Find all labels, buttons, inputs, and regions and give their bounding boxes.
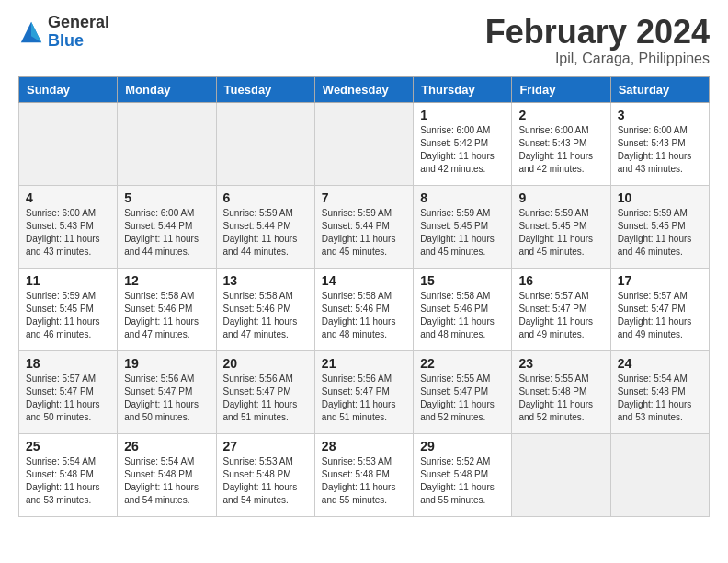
day-number: 13 xyxy=(223,273,308,288)
day-info: Sunrise: 6:00 AM Sunset: 5:42 PM Dayligh… xyxy=(420,124,505,176)
week-row-5: 25Sunrise: 5:54 AM Sunset: 5:48 PM Dayli… xyxy=(19,433,710,516)
day-number: 12 xyxy=(124,273,209,288)
calendar-cell: 27Sunrise: 5:53 AM Sunset: 5:48 PM Dayli… xyxy=(216,433,314,516)
calendar-cell: 8Sunrise: 5:59 AM Sunset: 5:45 PM Daylig… xyxy=(414,185,512,268)
day-info: Sunrise: 5:56 AM Sunset: 5:47 PM Dayligh… xyxy=(322,373,406,424)
day-info: Sunrise: 5:58 AM Sunset: 5:46 PM Dayligh… xyxy=(124,290,209,341)
day-info: Sunrise: 5:59 AM Sunset: 5:45 PM Dayligh… xyxy=(420,207,505,259)
day-info: Sunrise: 5:52 AM Sunset: 5:48 PM Dayligh… xyxy=(420,455,505,507)
calendar-cell: 18Sunrise: 5:57 AM Sunset: 5:47 PM Dayli… xyxy=(19,350,118,433)
day-info: Sunrise: 5:57 AM Sunset: 5:47 PM Dayligh… xyxy=(518,290,603,341)
calendar-cell: 5Sunrise: 6:00 AM Sunset: 5:44 PM Daylig… xyxy=(118,185,216,268)
day-info: Sunrise: 5:59 AM Sunset: 5:44 PM Dayligh… xyxy=(223,207,308,259)
day-of-week-saturday: Saturday xyxy=(610,76,709,102)
day-number: 6 xyxy=(223,190,308,205)
day-of-week-wednesday: Wednesday xyxy=(314,76,413,102)
day-number: 11 xyxy=(26,273,110,288)
calendar-cell: 15Sunrise: 5:58 AM Sunset: 5:46 PM Dayli… xyxy=(414,268,512,350)
day-number: 25 xyxy=(26,439,110,454)
day-of-week-friday: Friday xyxy=(512,76,610,102)
calendar-cell: 24Sunrise: 5:54 AM Sunset: 5:48 PM Dayli… xyxy=(610,350,709,433)
day-number: 5 xyxy=(124,190,209,205)
day-info: Sunrise: 5:57 AM Sunset: 5:47 PM Dayligh… xyxy=(618,290,702,341)
day-of-week-thursday: Thursday xyxy=(414,76,512,102)
logo-icon xyxy=(18,19,44,45)
day-info: Sunrise: 5:56 AM Sunset: 5:47 PM Dayligh… xyxy=(223,373,308,424)
day-number: 7 xyxy=(322,190,406,205)
day-number: 15 xyxy=(420,273,505,288)
day-info: Sunrise: 5:58 AM Sunset: 5:46 PM Dayligh… xyxy=(322,290,406,341)
calendar-cell: 11Sunrise: 5:59 AM Sunset: 5:45 PM Dayli… xyxy=(19,268,118,350)
calendar-cell: 13Sunrise: 5:58 AM Sunset: 5:46 PM Dayli… xyxy=(216,268,314,350)
day-number: 16 xyxy=(518,273,603,288)
calendar-cell: 20Sunrise: 5:56 AM Sunset: 5:47 PM Dayli… xyxy=(216,350,314,433)
day-number: 19 xyxy=(124,356,209,371)
day-info: Sunrise: 5:59 AM Sunset: 5:45 PM Dayligh… xyxy=(518,207,603,259)
calendar-cell: 10Sunrise: 5:59 AM Sunset: 5:45 PM Dayli… xyxy=(610,185,709,268)
calendar-cell xyxy=(118,102,216,185)
calendar-cell: 12Sunrise: 5:58 AM Sunset: 5:46 PM Dayli… xyxy=(118,268,216,350)
day-number: 21 xyxy=(322,356,406,371)
day-info: Sunrise: 5:53 AM Sunset: 5:48 PM Dayligh… xyxy=(322,455,406,507)
day-info: Sunrise: 5:55 AM Sunset: 5:48 PM Dayligh… xyxy=(518,373,603,424)
day-info: Sunrise: 5:58 AM Sunset: 5:46 PM Dayligh… xyxy=(420,290,505,341)
logo: General Blue xyxy=(18,14,109,51)
calendar-cell: 17Sunrise: 5:57 AM Sunset: 5:47 PM Dayli… xyxy=(610,268,709,350)
day-number: 27 xyxy=(223,439,308,454)
day-info: Sunrise: 5:58 AM Sunset: 5:46 PM Dayligh… xyxy=(223,290,308,341)
day-number: 23 xyxy=(518,356,603,371)
day-number: 29 xyxy=(420,439,505,454)
day-number: 22 xyxy=(420,356,505,371)
day-number: 28 xyxy=(322,439,406,454)
day-info: Sunrise: 5:59 AM Sunset: 5:45 PM Dayligh… xyxy=(618,207,702,259)
title-section: February 2024 Ipil, Caraga, Philippines xyxy=(485,14,710,67)
day-info: Sunrise: 5:56 AM Sunset: 5:47 PM Dayligh… xyxy=(124,373,209,424)
day-number: 17 xyxy=(618,273,702,288)
calendar-cell: 29Sunrise: 5:52 AM Sunset: 5:48 PM Dayli… xyxy=(414,433,512,516)
day-info: Sunrise: 6:00 AM Sunset: 5:43 PM Dayligh… xyxy=(618,124,702,176)
calendar-cell: 21Sunrise: 5:56 AM Sunset: 5:47 PM Dayli… xyxy=(314,350,413,433)
day-number: 9 xyxy=(518,190,603,205)
calendar-cell: 3Sunrise: 6:00 AM Sunset: 5:43 PM Daylig… xyxy=(610,102,709,185)
day-info: Sunrise: 5:53 AM Sunset: 5:48 PM Dayligh… xyxy=(223,455,308,507)
calendar-header-row: SundayMondayTuesdayWednesdayThursdayFrid… xyxy=(19,76,710,102)
calendar-table: SundayMondayTuesdayWednesdayThursdayFrid… xyxy=(18,76,710,517)
calendar-cell: 26Sunrise: 5:54 AM Sunset: 5:48 PM Dayli… xyxy=(118,433,216,516)
day-info: Sunrise: 5:55 AM Sunset: 5:47 PM Dayligh… xyxy=(420,373,505,424)
calendar-cell: 16Sunrise: 5:57 AM Sunset: 5:47 PM Dayli… xyxy=(512,268,610,350)
day-info: Sunrise: 6:00 AM Sunset: 5:43 PM Dayligh… xyxy=(26,207,110,259)
calendar-cell: 23Sunrise: 5:55 AM Sunset: 5:48 PM Dayli… xyxy=(512,350,610,433)
day-number: 24 xyxy=(618,356,702,371)
month-title: February 2024 xyxy=(485,14,710,51)
calendar-cell: 4Sunrise: 6:00 AM Sunset: 5:43 PM Daylig… xyxy=(19,185,118,268)
day-info: Sunrise: 5:57 AM Sunset: 5:47 PM Dayligh… xyxy=(26,373,110,424)
calendar-cell: 2Sunrise: 6:00 AM Sunset: 5:43 PM Daylig… xyxy=(512,102,610,185)
day-info: Sunrise: 5:59 AM Sunset: 5:45 PM Dayligh… xyxy=(26,290,110,341)
calendar-cell xyxy=(216,102,314,185)
day-number: 10 xyxy=(618,190,702,205)
calendar-cell: 22Sunrise: 5:55 AM Sunset: 5:47 PM Dayli… xyxy=(414,350,512,433)
week-row-4: 18Sunrise: 5:57 AM Sunset: 5:47 PM Dayli… xyxy=(19,350,710,433)
day-info: Sunrise: 5:54 AM Sunset: 5:48 PM Dayligh… xyxy=(618,373,702,424)
calendar-cell: 14Sunrise: 5:58 AM Sunset: 5:46 PM Dayli… xyxy=(314,268,413,350)
calendar-cell: 25Sunrise: 5:54 AM Sunset: 5:48 PM Dayli… xyxy=(19,433,118,516)
calendar-cell xyxy=(512,433,610,516)
calendar-cell xyxy=(19,102,118,185)
calendar-cell xyxy=(314,102,413,185)
day-number: 26 xyxy=(124,439,209,454)
calendar-cell: 9Sunrise: 5:59 AM Sunset: 5:45 PM Daylig… xyxy=(512,185,610,268)
day-info: Sunrise: 6:00 AM Sunset: 5:44 PM Dayligh… xyxy=(124,207,209,259)
calendar-cell xyxy=(610,433,709,516)
day-number: 2 xyxy=(518,108,603,122)
day-of-week-sunday: Sunday xyxy=(19,76,118,102)
day-info: Sunrise: 6:00 AM Sunset: 5:43 PM Dayligh… xyxy=(518,124,603,176)
logo-text: General Blue xyxy=(48,14,109,51)
calendar-cell: 28Sunrise: 5:53 AM Sunset: 5:48 PM Dayli… xyxy=(314,433,413,516)
day-number: 8 xyxy=(420,190,505,205)
day-of-week-tuesday: Tuesday xyxy=(216,76,314,102)
day-info: Sunrise: 5:54 AM Sunset: 5:48 PM Dayligh… xyxy=(26,455,110,507)
calendar-cell: 19Sunrise: 5:56 AM Sunset: 5:47 PM Dayli… xyxy=(118,350,216,433)
week-row-1: 1Sunrise: 6:00 AM Sunset: 5:42 PM Daylig… xyxy=(19,102,710,185)
day-number: 14 xyxy=(322,273,406,288)
day-number: 20 xyxy=(223,356,308,371)
